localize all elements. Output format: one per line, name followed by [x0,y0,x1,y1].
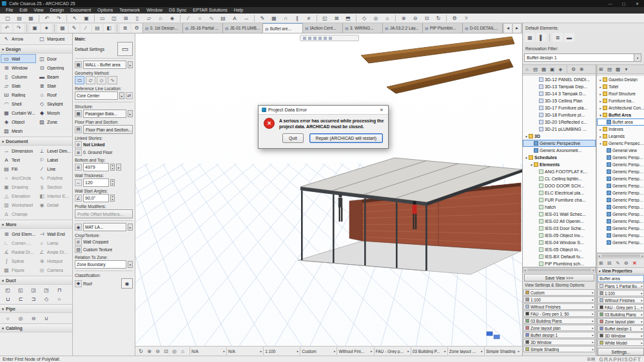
tool-duct-fitting[interactable]: ◱ [14,285,27,294]
geometry-method-4-icon[interactable]: ∿ [108,76,117,84]
project-map-item-hatch[interactable]: hatch [523,204,596,211]
tool-pipe-fitting[interactable]: ⊖ [27,314,40,323]
thickness-stepper[interactable]: ▴▾ [110,179,115,186]
favorites-icon[interactable]: ★ [41,24,52,33]
tool-label[interactable]: ⚐Label [36,155,72,164]
project-map-item-generic-axonometr[interactable]: Generic Axonometr... [523,147,596,154]
quick-option-custom[interactable]: Custom▸ [300,347,337,355]
view-property-buffet-design-1[interactable]: Buffet design 1▸ [598,325,644,332]
menu-item-edit[interactable]: Edit [16,7,30,14]
view-map-item-generic-perspective[interactable]: ▾Generic Perspective [597,140,644,147]
project-map-item-3d-20-1reflected-c[interactable]: 3D-20 1Reflected c... [523,119,596,126]
geometry-method-3-icon[interactable]: ◇ [97,76,106,84]
view-map-item-general-view[interactable]: General view [597,147,644,154]
tool-radial-di[interactable]: ∡Radial Di... [1,247,36,256]
tool-wall-end[interactable]: ⊣Wall End [36,229,72,238]
view-property-fau-grey-pen-1-50[interactable]: FAU - Grey pen 1: 50▸ [598,304,644,310]
project-map-item-3d-12-panel-dindi[interactable]: 3D-12 PANEL DINDI... [523,76,596,83]
view-setting-3d-window[interactable]: 3D Window▸ [523,339,595,345]
menu-item-view[interactable]: View [30,7,46,14]
guide-lines-icon[interactable]: ∥ [292,14,302,23]
navigator-project-chooser-icon[interactable]: ⌂ [523,66,531,73]
scroll-left-icon[interactable]: ◂ [598,254,600,258]
wall-cropped-value[interactable]: Wall Cropped [83,240,108,244]
viewport-3d[interactable] [135,33,522,346]
layers-icon[interactable]: ▦ [269,14,279,23]
pen-set-icon[interactable]: ✎ [69,24,79,33]
view-setting-simple-shading[interactable]: Simple Shading▸ [523,346,595,352]
gear-icon[interactable]: ⚙ [449,14,460,23]
renovation-filter-select[interactable]: Buffet design 1 ▾ [524,53,641,62]
toolbox-section-design[interactable]: ▾Design [0,44,72,53]
project-map-item-ies-05-object-in[interactable]: IES-05 Object In... [523,246,596,253]
maximize-button[interactable]: ▢ [617,0,630,7]
tool-duct-fitting[interactable]: ⊓ [53,285,66,294]
tool-fill[interactable]: ▤Fill [1,164,36,173]
view-map-item-legends[interactable]: ▸Legends [597,133,644,140]
zoom-in-icon[interactable]: ⊕ [398,14,409,23]
navigator-project-map-icon[interactable]: ▤ [531,66,540,73]
navigator-publisher-icon[interactable]: ◈ [556,66,565,73]
tool-section[interactable]: §Section [36,182,72,191]
tool-level-dim[interactable]: ⊥Level Dim... [36,146,72,155]
tab-0-1st-design[interactable]: ▤0. 1st Design... [143,23,183,33]
tool-grid-elem[interactable]: ⊞Grid Elem... [1,229,36,238]
view-map-item-generic-perspective[interactable]: Generic Perspective [597,182,644,189]
pen-icon[interactable]: ✎ [257,14,268,23]
view-map-item-generic-perspective[interactable]: Generic Perspective [597,161,644,168]
tool-duct-fitting[interactable]: ⊔ [1,294,14,303]
reference-line-combo[interactable]: Core Center [75,91,118,100]
layer-settings-icon[interactable]: ▦ [57,24,68,33]
lock-icon[interactable]: ⊠ [331,14,342,23]
tool-text[interactable]: AText [1,155,36,164]
layer-flyout-icon[interactable]: ▸ [128,61,133,68]
scroll-left-icon[interactable]: ◂ [524,268,526,272]
classification-picker-button[interactable]: ◉ [121,278,133,289]
expander-icon[interactable]: ▾ [524,135,529,138]
tool-elevation[interactable]: △Elevation [1,191,36,200]
menu-item-document[interactable]: Document [67,7,94,14]
expander-icon[interactable]: ▸ [598,78,603,82]
project-map-item-schedules[interactable]: ▾Schedules [523,154,596,161]
tab-pip-plumbin[interactable]: ▤PIP Plumbin... [423,23,463,33]
tool-shell[interactable]: ◠Shell [1,99,36,108]
navigator-settings-icon[interactable]: ⚙ [569,66,578,73]
scroll-right-icon[interactable]: ▸ [641,254,643,258]
tool-corner-wi[interactable]: ∟Corner-Wi... [1,238,36,247]
menu-item-teamwork[interactable]: Teamwork [116,7,143,14]
view-map-more-icon[interactable]: ▾ [622,66,630,73]
classification-value[interactable]: Roof [83,281,92,286]
view-map-item-generic-perspective[interactable]: Generic Perspective [597,204,644,211]
tool-worksheet[interactable]: ▥Worksheet [1,200,36,209]
project-map-item-3d-21-plumbing[interactable]: 3D-21 pLUMBING ... [523,126,596,133]
expander-icon[interactable]: ▸ [598,135,603,138]
fit-in-window-icon[interactable]: ⊡ [422,14,432,23]
project-map-item-3d[interactable]: ▾3D [523,133,596,140]
project-map-item-ies-01-wall-schec[interactable]: IES-01 Wall Schec... [523,211,596,218]
tool-duct-fitting[interactable]: ◳ [40,285,53,294]
project-map-item-ies-04-window-s[interactable]: IES-04 Window S... [523,239,596,246]
floor-plan-section-button[interactable]: Floor Plan and Section... [83,125,133,134]
save-project-icon[interactable]: ▦ [26,14,36,23]
view-setting-03-building-plans[interactable]: 03 Building Plans▸ [523,318,595,324]
new-view-icon[interactable]: ⊞ [597,259,605,267]
tool-camera[interactable]: ◎Camera [36,265,72,274]
height-flyout-icon[interactable]: ▸ [116,164,121,171]
view-map-item-generic-perspective[interactable]: Generic Perspective [597,211,644,218]
geometry-method-1-icon[interactable]: ▭ [75,76,84,84]
pet-palette-icon[interactable]: ▣ [30,24,40,33]
view-setting-1-100[interactable]: 1:100▸ [523,296,595,303]
tool-skylight[interactable]: ◇Skylight [36,99,72,108]
undo-icon[interactable]: ↶ [42,14,52,23]
relation-to-zone-select[interactable]: Zone Boundary [75,260,126,269]
view-map-item-generic-perspective[interactable]: Generic Perspective [597,239,644,246]
project-map-item-ies-02-all-openin[interactable]: IES-02 All Openin... [523,218,596,225]
line-type-icon[interactable]: ∕ [81,24,91,33]
menu-item-ds-sync[interactable]: DS Sync [166,7,190,14]
material-flyout-icon[interactable]: ▸ [128,224,133,231]
view-map-item-generic-perspective[interactable]: Generic Perspective [597,189,644,196]
spin-down-icon[interactable]: ▾ [111,183,114,186]
tool-figure[interactable]: ▩Figure [1,265,36,274]
navigator-pin-icon[interactable]: ⊕ [578,66,586,73]
view-property-white-model[interactable]: White Model▸ [598,339,644,346]
